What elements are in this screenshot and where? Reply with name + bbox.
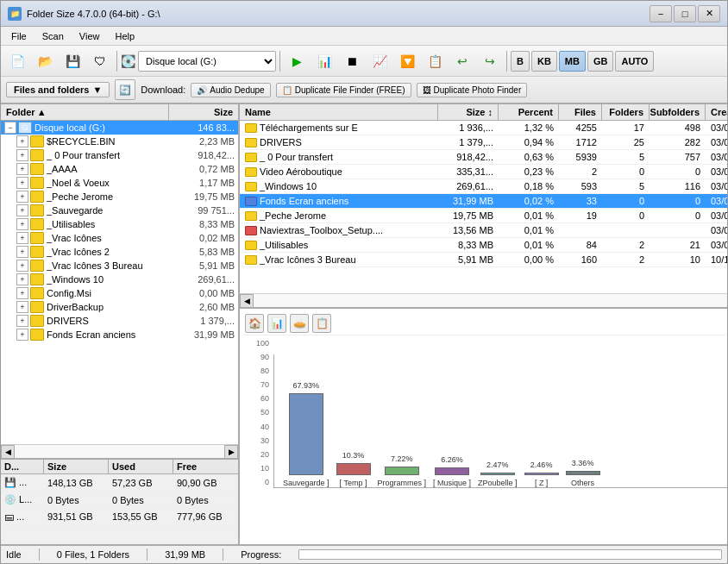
- menu-view[interactable]: View: [72, 29, 107, 43]
- tree-item[interactable]: + _Peche Jerome 19,75 MB: [1, 190, 238, 204]
- expand-icon[interactable]: +: [16, 301, 28, 313]
- bar-rect[interactable]: [336, 463, 371, 475]
- expand-icon[interactable]: +: [16, 260, 28, 272]
- folders-column-header[interactable]: Folders: [602, 104, 650, 120]
- bar-rect[interactable]: [385, 467, 419, 475]
- bar-rect[interactable]: [566, 471, 600, 475]
- scroll-right-button[interactable]: ▶: [224, 445, 238, 459]
- shield-button[interactable]: 🛡: [87, 49, 113, 73]
- tree-item[interactable]: − G Disque local (G:) 146 83...: [1, 121, 238, 135]
- expand-icon[interactable]: +: [16, 329, 28, 341]
- size-column-header[interactable]: Size: [169, 104, 238, 120]
- chart-list-button[interactable]: 📋: [312, 314, 331, 333]
- tree-item[interactable]: + _Vrac Icônes 2 5,83 MB: [1, 245, 238, 259]
- forward-button[interactable]: ↪: [477, 49, 503, 73]
- name-column-header[interactable]: Name: [240, 104, 438, 120]
- expand-icon[interactable]: +: [16, 177, 28, 189]
- expand-icon[interactable]: +: [16, 218, 28, 230]
- expand-icon[interactable]: +: [16, 204, 28, 216]
- chart-button[interactable]: 📈: [367, 49, 392, 73]
- expand-icon[interactable]: +: [16, 246, 28, 258]
- expand-icon[interactable]: +: [16, 135, 28, 147]
- file-row[interactable]: Fonds Ecran anciens 31,99 MB 0,02 % 33 0…: [240, 194, 727, 209]
- bar-rect[interactable]: [435, 467, 469, 475]
- files-column-header[interactable]: Files: [559, 104, 602, 120]
- chart-home-button[interactable]: 🏠: [245, 314, 264, 333]
- file-scroll-left[interactable]: ◀: [240, 294, 254, 308]
- drive-row[interactable]: 💾 ... 148,13 GB 57,23 GB 90,90 GB: [1, 474, 238, 492]
- file-row[interactable]: _Vrac Icônes 3 Bureau 5,91 MB 0,00 % 160…: [240, 253, 727, 267]
- tree-item[interactable]: + _Sauvegarde 99 751...: [1, 204, 238, 217]
- size-column-header-right[interactable]: Size ↕: [438, 104, 499, 120]
- expand-icon[interactable]: +: [16, 273, 28, 285]
- size-mb-button[interactable]: MB: [559, 51, 586, 72]
- size-gb-button[interactable]: GB: [587, 51, 614, 72]
- duplicate-finder-button[interactable]: 📋 Duplicate File Finder (FREE): [276, 83, 411, 97]
- tree-area[interactable]: − G Disque local (G:) 146 83... + $RECYC…: [1, 121, 238, 444]
- drive-dropdown[interactable]: Disque local (G:): [138, 51, 276, 72]
- audio-dedupe-button[interactable]: 🔊 Audio Dedupe: [191, 83, 270, 97]
- expand-icon[interactable]: +: [16, 315, 28, 327]
- file-list[interactable]: Téléchargements sur E 1 936,... 1,32 % 4…: [240, 121, 727, 293]
- close-button[interactable]: ✕: [698, 5, 720, 22]
- menu-scan[interactable]: Scan: [35, 29, 71, 43]
- size-auto-button[interactable]: AUTO: [615, 51, 654, 72]
- scroll-track[interactable]: [15, 445, 224, 458]
- file-row[interactable]: DRIVERS 1 379,... 0,94 % 1712 25 282 03/…: [240, 135, 727, 150]
- file-horizontal-scrollbar[interactable]: ◀ ▶: [240, 293, 727, 307]
- new-button[interactable]: 📄: [4, 49, 30, 73]
- copy-button[interactable]: 📋: [422, 49, 448, 73]
- play-button[interactable]: ▶: [284, 49, 310, 73]
- expand-icon[interactable]: +: [16, 149, 28, 161]
- drive-row[interactable]: 🖴 ... 931,51 GB 153,55 GB 777,96 GB: [1, 509, 238, 525]
- file-row[interactable]: _ 0 Pour transfert 918,42... 0,63 % 5939…: [240, 150, 727, 165]
- bar-rect[interactable]: [524, 473, 559, 475]
- scan-button[interactable]: 📊: [311, 49, 337, 73]
- size-kb-button[interactable]: KB: [531, 51, 557, 72]
- expand-icon[interactable]: −: [4, 122, 16, 134]
- tree-item[interactable]: + $RECYCLE.BIN 2,23 MB: [1, 135, 238, 148]
- bar-rect[interactable]: [289, 393, 323, 475]
- file-row[interactable]: Video Aéroboutique 335,31... 0,23 % 2 0 …: [240, 165, 727, 179]
- file-scroll-track[interactable]: [254, 294, 727, 307]
- tree-item[interactable]: + DRIVERS 1 379,...: [1, 314, 238, 328]
- filter-button[interactable]: 🔽: [394, 49, 420, 73]
- file-row[interactable]: _Windows 10 269,61... 0,18 % 593 5 116 0…: [240, 179, 727, 194]
- scroll-left-button[interactable]: ◀: [1, 445, 15, 459]
- subfolders-column-header[interactable]: Subfolders: [650, 104, 706, 120]
- expand-icon[interactable]: +: [16, 287, 28, 299]
- file-row[interactable]: _Utilisables 8,33 MB 0,01 % 84 2 21 03/0: [240, 238, 727, 253]
- open-button[interactable]: 📂: [32, 49, 58, 73]
- created-column-header[interactable]: Created: [706, 104, 727, 120]
- file-row[interactable]: _Peche Jerome 19,75 MB 0,01 % 19 0 0 03/…: [240, 209, 727, 223]
- expand-icon[interactable]: +: [16, 191, 28, 203]
- expand-icon[interactable]: +: [16, 163, 28, 175]
- chart-pie-button[interactable]: 🥧: [290, 314, 309, 333]
- tree-item[interactable]: + _ 0 Pour transfert 918,42...: [1, 148, 238, 162]
- tree-item[interactable]: + _Windows 10 269,61...: [1, 273, 238, 286]
- tree-item[interactable]: + _AAAA 0,72 MB: [1, 162, 238, 176]
- drive-row[interactable]: 💿 L... 0 Bytes 0 Bytes 0 Bytes: [1, 492, 238, 509]
- minimize-button[interactable]: −: [650, 5, 672, 22]
- horizontal-scrollbar[interactable]: ◀ ▶: [1, 444, 238, 458]
- menu-help[interactable]: Help: [108, 29, 141, 43]
- bar-rect[interactable]: [480, 473, 515, 475]
- file-row[interactable]: Naviextras_Toolbox_Setup.... 13,56 MB 0,…: [240, 223, 727, 238]
- folder-column-header[interactable]: Folder ▲: [1, 104, 169, 120]
- save-button[interactable]: 💾: [60, 49, 85, 73]
- photo-finder-button[interactable]: 🖼 Duplicate Photo Finder: [417, 83, 528, 97]
- tree-item[interactable]: + _Noel & Voeux 1,17 MB: [1, 176, 238, 190]
- file-row[interactable]: Téléchargements sur E 1 936,... 1,32 % 4…: [240, 121, 727, 135]
- chart-bar-button[interactable]: 📊: [267, 314, 286, 333]
- tree-item[interactable]: + DriverBackup 2,60 MB: [1, 300, 238, 314]
- refresh-button[interactable]: 🔄: [115, 79, 135, 100]
- stop-button[interactable]: ⏹: [339, 49, 365, 73]
- tree-item[interactable]: + _Utilisables 8,33 MB: [1, 217, 238, 231]
- expand-icon[interactable]: +: [16, 232, 28, 244]
- tree-item[interactable]: + Fonds Ecran anciens 31,99 MB: [1, 328, 238, 342]
- tree-item[interactable]: + Config.Msi 0,00 MB: [1, 286, 238, 300]
- tree-item[interactable]: + _Vrac Icônes 0,02 MB: [1, 231, 238, 245]
- size-b-button[interactable]: B: [511, 51, 530, 72]
- back-button[interactable]: ↩: [449, 49, 475, 73]
- menu-file[interactable]: File: [4, 29, 34, 43]
